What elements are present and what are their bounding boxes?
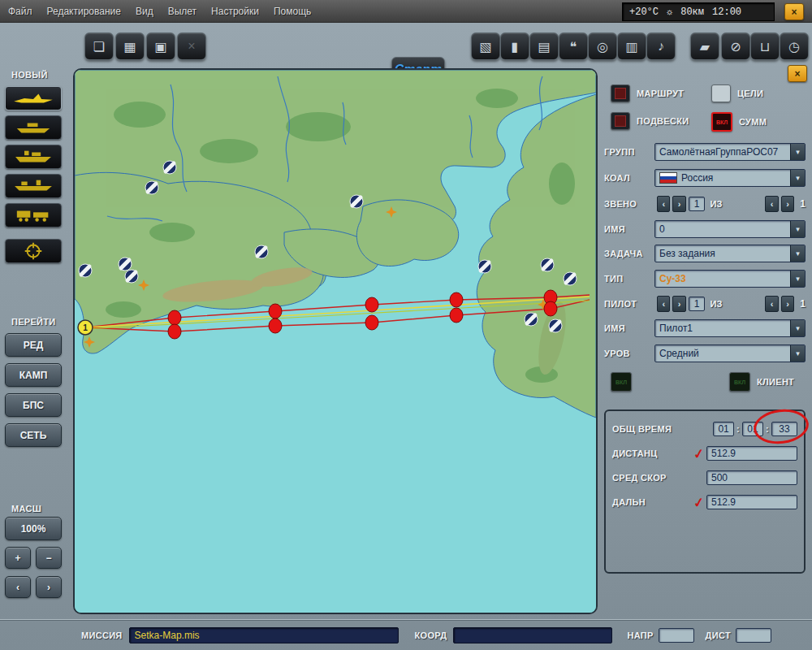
loadout-toggle[interactable]: ПОДВЕСКИ xyxy=(611,112,689,130)
ordnance-tool-button[interactable]: ▮ xyxy=(500,32,529,60)
chevron-down-icon[interactable]: ▾ xyxy=(790,144,805,160)
chevron-down-icon[interactable]: ▾ xyxy=(790,320,805,336)
new-warship-button[interactable] xyxy=(5,174,62,198)
client-toggle[interactable]: ВКЛ КЛИЕНТ xyxy=(729,372,794,392)
distance-field[interactable]: 512.9 xyxy=(706,446,797,461)
flight-next-button[interactable]: › xyxy=(672,196,685,212)
chevron-down-icon[interactable]: ▾ xyxy=(790,345,805,362)
new-boat-button[interactable] xyxy=(5,115,62,140)
time-seconds-field[interactable]: 33 xyxy=(771,422,797,436)
targets-checkbox[interactable] xyxy=(711,84,731,102)
goto-network-button[interactable]: СЕТЬ xyxy=(5,423,62,447)
goto-editor-button[interactable]: РЕД xyxy=(5,333,62,357)
flight-prev-button[interactable]: ‹ xyxy=(657,196,670,212)
chevron-down-icon[interactable]: ▾ xyxy=(790,245,805,262)
map-book-button[interactable]: ▥ xyxy=(617,32,646,60)
waypoint-marker[interactable] xyxy=(269,304,282,318)
airfield-marker[interactable] xyxy=(125,270,138,283)
vkl-toggle[interactable]: ВКЛ xyxy=(611,372,632,392)
pilot-number-field[interactable]: 1 xyxy=(689,297,706,311)
flight-number-field[interactable]: 1 xyxy=(689,197,706,211)
pilot-next-button[interactable]: › xyxy=(672,296,685,312)
goto-quickmission-button[interactable]: БПС xyxy=(5,393,62,417)
loadout-checkbox[interactable] xyxy=(611,112,630,130)
dist-field[interactable] xyxy=(736,628,771,643)
pan-left-button[interactable]: ‹ xyxy=(5,576,31,598)
chevron-down-icon[interactable]: ▾ xyxy=(790,271,805,287)
briefing-tool-button[interactable]: ▤ xyxy=(529,32,559,60)
waypoint-marker[interactable] xyxy=(544,301,557,316)
coord-field[interactable] xyxy=(453,627,612,644)
avg-speed-field[interactable]: 500 xyxy=(706,470,797,485)
waypoint-marker[interactable] xyxy=(168,324,181,339)
vkl-checkbox[interactable]: ВКЛ xyxy=(611,372,632,392)
menu-flight[interactable]: Вылет xyxy=(168,6,197,17)
zoom-out-button[interactable]: − xyxy=(36,547,62,569)
view-tool-button[interactable]: ◎ xyxy=(588,32,617,60)
menu-view[interactable]: Вид xyxy=(136,6,153,17)
map-canvas[interactable]: 1 xyxy=(73,68,598,614)
pilot-prev-button[interactable]: ‹ xyxy=(657,296,670,312)
close-panel-button[interactable]: × xyxy=(788,65,807,82)
airfield-marker[interactable] xyxy=(350,195,363,208)
summ-toggle[interactable]: ВКЛ СУММ xyxy=(711,112,767,132)
zoom-level-button[interactable]: 100% xyxy=(5,517,62,540)
group-dropdown[interactable]: СамолётнаяГруппаРОС07 ▾ xyxy=(654,143,806,161)
targets-toggle[interactable]: ЦЕЛИ xyxy=(711,84,763,102)
save-mission-button[interactable]: ▣ xyxy=(146,32,175,60)
coalition-dropdown[interactable]: Россия ▾ xyxy=(654,169,806,187)
zoom-in-button[interactable]: + xyxy=(5,547,31,569)
menu-file[interactable]: Файл xyxy=(8,6,32,17)
airfield-marker[interactable] xyxy=(541,258,554,271)
task-dropdown[interactable]: Без задания ▾ xyxy=(654,245,806,262)
range-field[interactable]: 512.9 xyxy=(706,495,797,509)
new-aircraft-button[interactable] xyxy=(5,86,62,110)
new-mission-button[interactable]: ❏ xyxy=(84,32,114,60)
chevron-down-icon[interactable]: ▾ xyxy=(790,170,805,186)
airfield-marker[interactable] xyxy=(163,161,176,174)
airfield-marker[interactable] xyxy=(255,245,268,258)
menu-help[interactable]: Помощь xyxy=(274,6,311,17)
airfield-marker[interactable] xyxy=(564,272,577,285)
waypoint-marker[interactable] xyxy=(365,297,378,312)
sound-button[interactable]: ♪ xyxy=(646,32,676,60)
menu-edit[interactable]: Редактирование xyxy=(47,6,121,17)
waypoint-marker[interactable] xyxy=(365,315,378,330)
waypoint-marker[interactable] xyxy=(450,292,463,307)
airfield-marker[interactable] xyxy=(79,264,92,277)
new-ship-button[interactable] xyxy=(5,145,62,169)
goto-campaign-button[interactable]: КАМП xyxy=(5,363,62,387)
time-button[interactable]: ◷ xyxy=(780,32,809,60)
objects-tool-button[interactable]: ▧ xyxy=(471,32,500,60)
flight-total-next-button[interactable]: › xyxy=(781,196,794,212)
time-minutes-field[interactable]: 01 xyxy=(742,422,763,436)
airfield-marker[interactable] xyxy=(525,313,538,326)
pilot-total-next-button[interactable]: › xyxy=(781,296,794,312)
level-dropdown[interactable]: Средний ▾ xyxy=(654,344,806,362)
chat-tool-button[interactable]: ❝ xyxy=(559,32,588,60)
menu-settings[interactable]: Настройки xyxy=(211,6,259,17)
chevron-down-icon[interactable]: ▾ xyxy=(790,221,805,237)
restrict-filter-button[interactable]: ⊘ xyxy=(721,32,750,60)
airfield-marker[interactable] xyxy=(119,258,132,271)
summ-checkbox[interactable]: ВКЛ xyxy=(711,112,732,132)
airfield-marker[interactable] xyxy=(549,319,562,332)
close-app-button[interactable]: × xyxy=(784,3,804,20)
open-mission-button[interactable]: ▦ xyxy=(115,32,145,60)
waypoint-marker[interactable] xyxy=(269,318,282,333)
time-hours-field[interactable]: 01 xyxy=(713,422,734,436)
client-checkbox[interactable]: ВКЛ xyxy=(729,372,750,392)
route-checkbox[interactable] xyxy=(611,84,630,102)
delete-button[interactable]: × xyxy=(177,32,206,60)
type-dropdown[interactable]: Су-33 ▾ xyxy=(654,270,806,288)
new-target-button[interactable] xyxy=(5,239,62,263)
flight-total-prev-button[interactable]: ‹ xyxy=(765,196,778,212)
pilot-total-prev-button[interactable]: ‹ xyxy=(765,296,778,312)
name-dropdown[interactable]: 0 ▾ xyxy=(654,220,806,238)
ships-filter-button[interactable]: ⊔ xyxy=(750,32,780,60)
waypoint-marker[interactable] xyxy=(168,310,181,325)
route-toggle[interactable]: МАРШРУТ xyxy=(611,84,684,102)
airfield-marker[interactable] xyxy=(478,260,491,273)
heading-field[interactable] xyxy=(659,628,694,643)
airfield-marker[interactable] xyxy=(145,181,158,194)
